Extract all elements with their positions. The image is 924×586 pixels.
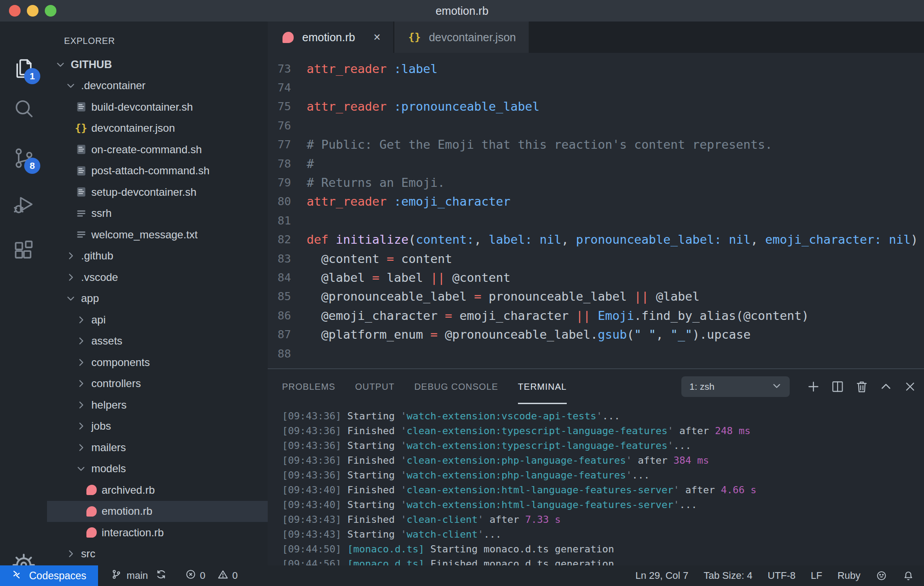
shell-file-icon (73, 100, 89, 113)
tree-item-interaction-rb[interactable]: interaction.rb (47, 522, 268, 543)
tab-devcontainer-json[interactable]: {}devcontainer.json (394, 22, 529, 53)
terminal-output[interactable]: [09:43:36] Starting 'watch-extension:vsc… (268, 404, 924, 571)
tree-item-label: models (91, 462, 126, 475)
eol-setting[interactable]: LF (811, 570, 822, 582)
indentation-setting[interactable]: Tab Size: 4 (704, 570, 753, 582)
tree-item-assets[interactable]: assets (47, 331, 268, 352)
panel-tab-terminal[interactable]: TERMINAL (518, 369, 567, 404)
branch-indicator[interactable]: main (111, 569, 148, 583)
terminal-shell-select[interactable]: 1: zsh (681, 376, 790, 397)
code-line: 80attr_reader :emoji_character (268, 192, 924, 211)
activity-badge: 8 (24, 158, 40, 174)
code-line: 77# Public: Get the Emoji that this reac… (268, 135, 924, 154)
line-number: 86 (268, 309, 291, 322)
ruby-file-icon (86, 485, 97, 495)
json-file-icon: {} (407, 31, 422, 43)
split-terminal-button[interactable] (830, 379, 845, 394)
tree-item-controllers[interactable]: controllers (47, 373, 268, 395)
tree-item-github[interactable]: GITHUB (47, 54, 268, 75)
code-text: attr_reader :pronounceable_label (307, 99, 539, 113)
tree-item-jobs[interactable]: jobs (47, 416, 268, 437)
ruby-file-icon (84, 506, 99, 517)
tree-item-mailers[interactable]: mailers (47, 437, 268, 458)
panel-tab-output[interactable]: OUTPUT (355, 369, 394, 404)
code-line: 76 (268, 116, 924, 135)
zoom-window-icon[interactable] (45, 5, 56, 17)
tree-item--github[interactable]: .github (47, 246, 268, 267)
tree-item-archived-rb[interactable]: archived.rb (47, 479, 268, 501)
code-text: @label = label || @content (307, 271, 510, 284)
tree-item--vscode[interactable]: .vscode (47, 267, 268, 288)
tree-item-ssrh[interactable]: ssrh (47, 203, 268, 224)
tree-item-helpers[interactable]: helpers (47, 394, 268, 416)
tree-item-label: components (91, 356, 150, 369)
codespaces-remote-button[interactable]: Codespaces (0, 565, 98, 586)
code-text: attr_reader :label (307, 62, 438, 76)
tree-item-components[interactable]: components (47, 352, 268, 373)
problems-indicator[interactable]: 0 0 (185, 569, 238, 583)
kill-terminal-button[interactable] (854, 379, 869, 394)
code-text: # (307, 157, 314, 171)
maximize-panel-button[interactable] (878, 379, 894, 394)
code-text: @emoji_character = emoji_character || Em… (307, 309, 809, 323)
tree-item-app[interactable]: app (47, 288, 268, 310)
language-mode[interactable]: Ruby (838, 570, 860, 582)
line-number: 74 (268, 81, 291, 94)
notifications-bell-icon[interactable] (903, 570, 914, 582)
activity-item-source-control[interactable]: 8 (12, 146, 36, 170)
code-editor[interactable]: 73attr_reader :label7475attr_reader :pro… (268, 53, 924, 368)
tree-item-models[interactable]: models (47, 458, 268, 480)
window-controls (9, 0, 56, 22)
code-text: def initialize(content:, label: nil, pro… (307, 233, 918, 246)
feedback-smiley-icon[interactable] (876, 570, 887, 582)
tree-item-welcome-message-txt[interactable]: welcome_message.txt (47, 224, 268, 246)
close-window-icon[interactable] (9, 5, 21, 17)
code-line: 85 @pronounceable_label = pronounceable_… (268, 287, 924, 306)
tree-item-label: .github (81, 250, 113, 262)
new-terminal-button[interactable] (806, 379, 821, 394)
tree-item-label: setup-devcontainer.sh (91, 186, 197, 198)
warning-count: 0 (232, 570, 238, 582)
minimize-window-icon[interactable] (27, 5, 38, 17)
panel-tab-debug-console[interactable]: DEBUG CONSOLE (414, 369, 498, 404)
tree-item-on-create-command-sh[interactable]: on-create-command.sh (47, 139, 268, 160)
activity-item-extensions[interactable] (12, 238, 36, 263)
tree-item--devcontainer[interactable]: .devcontainer (47, 75, 268, 97)
tree-item-devcontainer-json[interactable]: {}devcontainer.json (47, 118, 268, 139)
tree-item-src[interactable]: src (47, 543, 268, 565)
tab-emotion-rb[interactable]: emotion.rb× (268, 22, 393, 53)
tab-label: emotion.rb (302, 31, 355, 44)
sidebar-title: EXPLORER (47, 22, 268, 54)
tree-item-post-attach-command-sh[interactable]: post-attach-command.sh (47, 160, 268, 182)
cursor-position[interactable]: Ln 29, Col 7 (635, 570, 689, 582)
terminal-line: [09:43:36] Starting 'watch-extension:typ… (282, 438, 924, 453)
chevron-up-icon (878, 388, 894, 396)
line-number: 84 (268, 271, 291, 284)
tree-item-label: assets (91, 335, 122, 347)
encoding-setting[interactable]: UTF-8 (768, 570, 796, 582)
activity-item-run-debug[interactable] (12, 192, 36, 216)
shell-select-value: 1: zsh (689, 381, 714, 392)
tree-item-label: api (91, 314, 106, 326)
tree-item-label: build-devcontainer.sh (91, 101, 193, 113)
tree-item-setup-devcontainer-sh[interactable]: setup-devcontainer.sh (47, 181, 268, 203)
explorer-sidebar: EXPLORER GITHUB.devcontainerbuild-devcon… (47, 22, 268, 565)
tree-item-api[interactable]: api (47, 309, 268, 331)
terminal-line: [09:44:50] [monaco.d.ts] Starting monaco… (282, 542, 924, 556)
sync-button[interactable] (155, 569, 167, 583)
close-tab-icon[interactable]: × (373, 31, 381, 43)
chevron-right-icon (73, 378, 89, 389)
activity-item-search[interactable] (12, 97, 36, 121)
code-text: # Returns an Emoji. (307, 176, 445, 190)
activity-item-explorer[interactable]: 1 (12, 56, 36, 81)
codespaces-label: Codespaces (29, 570, 86, 582)
code-line: 82def initialize(content:, label: nil, p… (268, 230, 924, 249)
tree-item-label: interaction.rb (102, 526, 164, 539)
terminal-line: [09:43:36] Finished 'clean-extension:php… (282, 453, 924, 468)
line-number: 79 (268, 176, 291, 189)
tree-item-emotion-rb[interactable]: emotion.rb (47, 501, 268, 522)
json-braces-icon: {} (408, 31, 421, 43)
panel-tab-problems[interactable]: PROBLEMS (282, 369, 335, 404)
tree-item-build-devcontainer-sh[interactable]: build-devcontainer.sh (47, 96, 268, 118)
close-panel-button[interactable] (903, 379, 918, 394)
